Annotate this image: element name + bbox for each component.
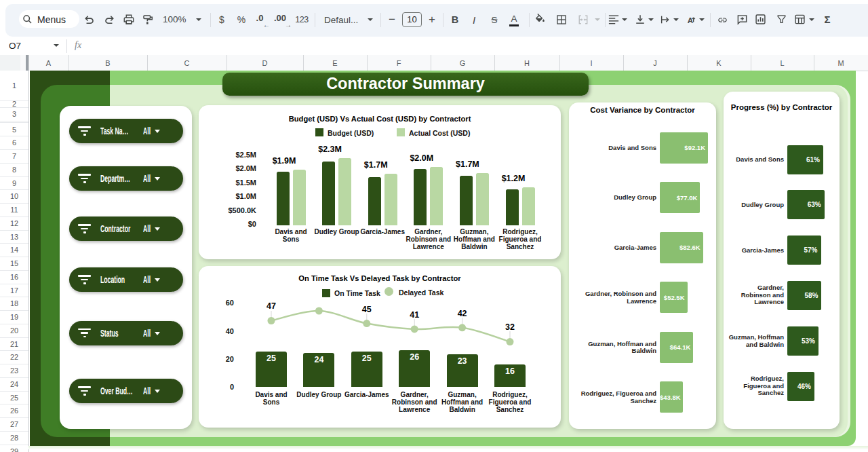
svg-text:A: A	[688, 16, 694, 24]
